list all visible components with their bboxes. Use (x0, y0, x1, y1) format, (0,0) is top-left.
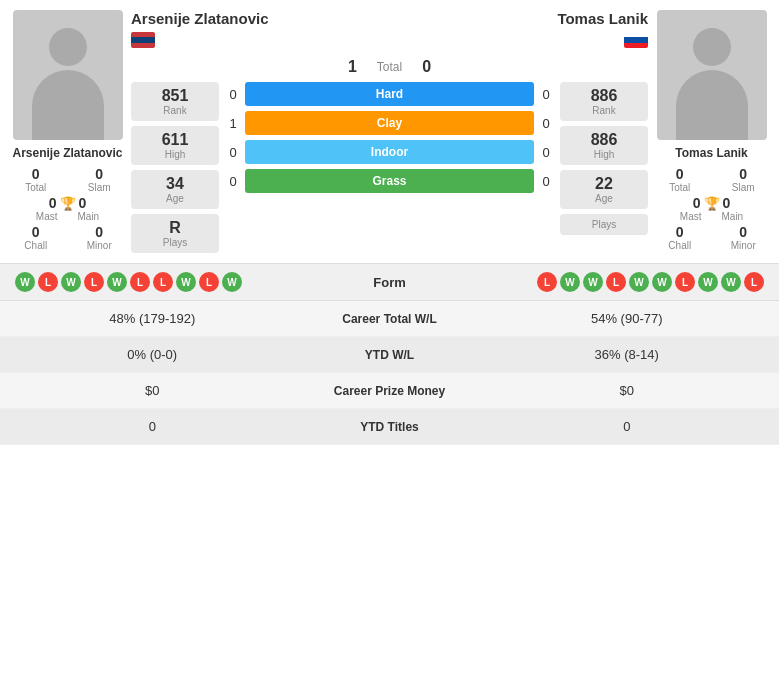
p2-rank-val: 886 (568, 87, 640, 105)
grass-row: 0 Grass 0 (225, 169, 554, 193)
form-badges-right: LWWLWWLWWL (440, 272, 765, 292)
p1-age-box: 34 Age (131, 170, 219, 209)
player2-avatar-head (693, 28, 731, 66)
form-badge: L (537, 272, 557, 292)
total-row: 1 Total 0 (131, 58, 648, 76)
stats-row: 48% (179-192) Career Total W/L 54% (90-7… (0, 301, 779, 337)
stats-val-right: $0 (490, 383, 765, 398)
player2-avatar (657, 10, 767, 140)
player1-avatar (13, 10, 123, 140)
left-player-card: Arsenije Zlatanovic 0 Total 0 Slam 0 🏆 0… (10, 10, 125, 253)
grass-score-right: 0 (538, 174, 554, 189)
main-content: Arsenije Zlatanovic 0 Total 0 Slam 0 🏆 0… (0, 0, 779, 263)
form-badge: L (199, 272, 219, 292)
indoor-badge: Indoor (245, 140, 534, 164)
form-badge: L (153, 272, 173, 292)
total-score-right: 0 (422, 58, 431, 76)
p2-name-center: Tomas Lanik (557, 10, 648, 28)
p1-age-lbl: Age (139, 193, 211, 204)
stats-val-right: 36% (8-14) (490, 347, 765, 362)
clay-score-left: 1 (225, 116, 241, 131)
form-badges-left: WLWLWLLWLW (15, 272, 340, 292)
form-badge: W (629, 272, 649, 292)
total-label: Total (377, 60, 402, 74)
stats-row-label: YTD Titles (290, 420, 490, 434)
indoor-score-left: 0 (225, 145, 241, 160)
form-badge: W (176, 272, 196, 292)
names-row: Arsenije Zlatanovic Tomas Lanik (131, 10, 648, 48)
right-stat-boxes: 886 Rank 886 High 22 Age Plays (560, 82, 648, 253)
stats-row-label: Career Prize Money (290, 384, 490, 398)
player1-avatar-body (32, 70, 104, 140)
stats-val-left: $0 (15, 383, 290, 398)
left-stat-boxes: 851 Rank 611 High 34 Age R Plays (131, 82, 219, 253)
indoor-row: 0 Indoor 0 (225, 140, 554, 164)
player2-flag (624, 32, 648, 48)
p2-plays-lbl: Plays (568, 219, 640, 230)
p1-high-val: 611 (139, 131, 211, 149)
p2-high-lbl: High (568, 149, 640, 160)
p2-plays-box: Plays (560, 214, 648, 235)
total-score-left: 1 (348, 58, 357, 76)
form-badge: W (15, 272, 35, 292)
player2-name-center: Tomas Lanik (557, 10, 648, 48)
hard-score-right: 0 (538, 87, 554, 102)
hard-badge: Hard (245, 82, 534, 106)
p1-name-center: Arsenije Zlatanovic (131, 10, 269, 28)
p1-high-lbl: High (139, 149, 211, 160)
form-badge: W (61, 272, 81, 292)
hard-score-left: 0 (225, 87, 241, 102)
p2-rank-lbl: Rank (568, 105, 640, 116)
clay-score-right: 0 (538, 116, 554, 131)
clay-row: 1 Clay 0 (225, 111, 554, 135)
form-badge: L (675, 272, 695, 292)
comparison-container: Arsenije Zlatanovic 0 Total 0 Slam 0 🏆 0… (0, 0, 779, 445)
form-badge: W (222, 272, 242, 292)
p2-age-lbl: Age (568, 193, 640, 204)
player1-name: Arsenije Zlatanovic (12, 146, 122, 160)
stats-row-label: YTD W/L (290, 348, 490, 362)
p2-high-val: 886 (568, 131, 640, 149)
clay-badge: Clay (245, 111, 534, 135)
p1-rank-val: 851 (139, 87, 211, 105)
stats-row: 0% (0-0) YTD W/L 36% (8-14) (0, 337, 779, 373)
p2-age-box: 22 Age (560, 170, 648, 209)
form-badge: L (130, 272, 150, 292)
p1-plays-lbl: Plays (139, 237, 211, 248)
stats-val-right: 54% (90-77) (490, 311, 765, 326)
center-content: Arsenije Zlatanovic Tomas Lanik 1 Total … (131, 10, 648, 253)
stats-section: 48% (179-192) Career Total W/L 54% (90-7… (0, 301, 779, 445)
stats-row: 0 YTD Titles 0 (0, 409, 779, 445)
form-badge: W (560, 272, 580, 292)
form-badge: L (744, 272, 764, 292)
player1-flag (131, 32, 155, 48)
surface-badges: 0 Hard 0 1 Clay 0 0 Indoor 0 (225, 82, 554, 253)
form-badge: W (652, 272, 672, 292)
form-badge: W (721, 272, 741, 292)
form-badge: W (583, 272, 603, 292)
p1-plays-val: R (139, 219, 211, 237)
form-label: Form (340, 275, 440, 290)
form-badge: W (698, 272, 718, 292)
stats-val-left: 0% (0-0) (15, 347, 290, 362)
p2-high-box: 886 High (560, 126, 648, 165)
player1-name-center: Arsenije Zlatanovic (131, 10, 269, 48)
form-badge: W (107, 272, 127, 292)
form-section: WLWLWLLWLW Form LWWLWWLWWL (0, 263, 779, 301)
stats-val-left: 0 (15, 419, 290, 434)
p1-rank-lbl: Rank (139, 105, 211, 116)
player2-name: Tomas Lanik (675, 146, 747, 160)
p1-rank-box: 851 Rank (131, 82, 219, 121)
form-badge: L (606, 272, 626, 292)
p1-high-box: 611 High (131, 126, 219, 165)
p2-age-val: 22 (568, 175, 640, 193)
grass-badge: Grass (245, 169, 534, 193)
hard-row: 0 Hard 0 (225, 82, 554, 106)
p1-age-val: 34 (139, 175, 211, 193)
stats-row: $0 Career Prize Money $0 (0, 373, 779, 409)
p2-rank-box: 886 Rank (560, 82, 648, 121)
stats-val-right: 0 (490, 419, 765, 434)
player1-avatar-head (49, 28, 87, 66)
player2-avatar-body (676, 70, 748, 140)
right-player-card: Tomas Lanik 0 Total 0 Slam 0 🏆 0 Mast Ma… (654, 10, 769, 253)
